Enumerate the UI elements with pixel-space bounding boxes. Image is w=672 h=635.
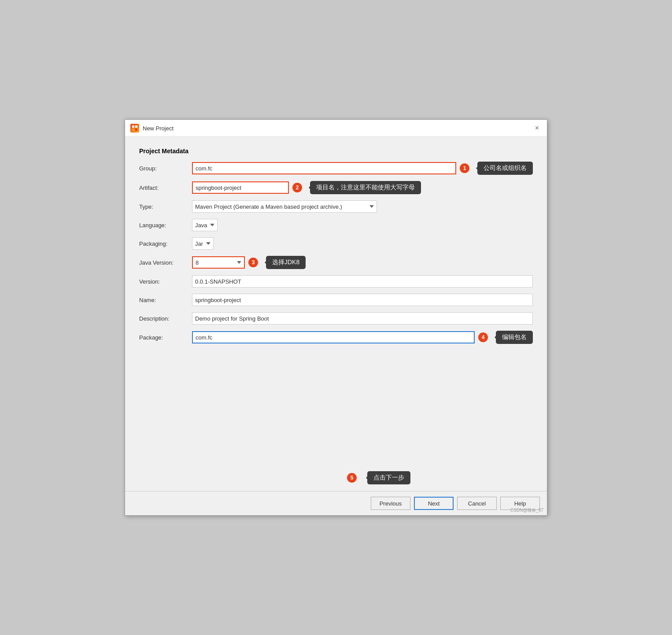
form-content: Project Metadata Group: 1 公司名或组织名 Artifa…: [125, 137, 547, 426]
type-select-wrap: Maven Project (Generate a Maven based pr…: [192, 200, 377, 213]
description-row: Description:: [139, 312, 533, 325]
title-bar-left: New Project: [130, 124, 174, 133]
packaging-row: Packaging: Jar: [139, 237, 533, 250]
description-input[interactable]: [192, 312, 533, 325]
section-title: Project Metadata: [139, 148, 533, 155]
group-row: Group: 1 公司名或组织名: [139, 162, 533, 175]
version-input[interactable]: [192, 275, 533, 288]
description-label: Description:: [139, 315, 192, 322]
close-button[interactable]: ×: [532, 123, 542, 133]
type-row: Type: Maven Project (Generate a Maven ba…: [139, 200, 533, 213]
version-input-wrap: [192, 275, 533, 288]
next-button[interactable]: Next: [414, 497, 454, 510]
previous-button[interactable]: Previous: [371, 497, 410, 510]
artifact-row: Artifact: 2 项目名，注意这里不能使用大写字母: [139, 181, 533, 194]
step5-annotation: 5 点击下一步: [347, 471, 410, 484]
step5-badge: 5: [347, 473, 357, 483]
step2-badge: 2: [292, 183, 302, 192]
step1-annotation: 1 公司名或组织名: [460, 162, 533, 175]
group-label: Group:: [139, 165, 192, 172]
java-version-label: Java Version:: [139, 259, 192, 266]
packaging-label: Packaging:: [139, 240, 192, 247]
new-project-window: New Project × Project Metadata Group: 1 …: [125, 119, 547, 516]
artifact-label: Artifact:: [139, 185, 192, 191]
cancel-button[interactable]: Cancel: [457, 497, 497, 510]
version-label: Version:: [139, 278, 192, 285]
version-row: Version:: [139, 275, 533, 288]
java-version-row: Java Version: 8 3 选择JDK8: [139, 256, 533, 269]
app-icon: [130, 124, 139, 133]
step3-annotation: 3 选择JDK8: [248, 256, 306, 269]
step4-annotation: 4 编辑包名: [478, 331, 533, 344]
window-title: New Project: [143, 125, 174, 132]
packaging-select-wrap: Jar: [192, 237, 245, 250]
svg-rect-3: [135, 129, 137, 131]
language-label: Language:: [139, 222, 192, 229]
svg-rect-1: [135, 126, 137, 128]
package-input[interactable]: [192, 331, 475, 343]
svg-rect-2: [132, 129, 134, 131]
type-label: Type:: [139, 203, 192, 210]
step1-text: 公司名或组织名: [477, 162, 533, 175]
step2-text: 项目名，注意这里不能使用大写字母: [310, 181, 421, 194]
name-row: Name:: [139, 294, 533, 306]
title-bar: New Project ×: [125, 120, 547, 137]
step5-text: 点击下一步: [367, 471, 410, 484]
type-select[interactable]: Maven Project (Generate a Maven based pr…: [192, 200, 377, 213]
svg-rect-0: [132, 126, 134, 128]
footer: 5 点击下一步 Previous Next Cancel Help CSDN@堰…: [125, 491, 547, 515]
step2-annotation: 2 项目名，注意这里不能使用大写字母: [292, 181, 421, 194]
packaging-select[interactable]: Jar: [192, 237, 214, 250]
language-select[interactable]: Java: [192, 219, 218, 231]
package-label: Package:: [139, 334, 192, 341]
step1-badge: 1: [460, 163, 469, 173]
name-input-wrap: [192, 294, 533, 306]
step3-badge: 3: [248, 258, 258, 267]
language-select-wrap: Java: [192, 219, 245, 231]
step4-badge: 4: [478, 332, 488, 342]
java-version-select[interactable]: 8: [192, 256, 245, 269]
java-version-select-wrap: 8: [192, 256, 245, 269]
name-label: Name:: [139, 297, 192, 303]
name-input[interactable]: [192, 294, 533, 306]
step4-text: 编辑包名: [496, 331, 533, 344]
artifact-input[interactable]: [192, 181, 289, 194]
group-input[interactable]: [192, 162, 456, 174]
language-row: Language: Java: [139, 219, 533, 231]
package-row: Package: 4 编辑包名: [139, 331, 533, 344]
watermark: CSDN@堰矣_87: [510, 507, 543, 513]
description-input-wrap: [192, 312, 533, 325]
step3-text: 选择JDK8: [266, 256, 306, 269]
